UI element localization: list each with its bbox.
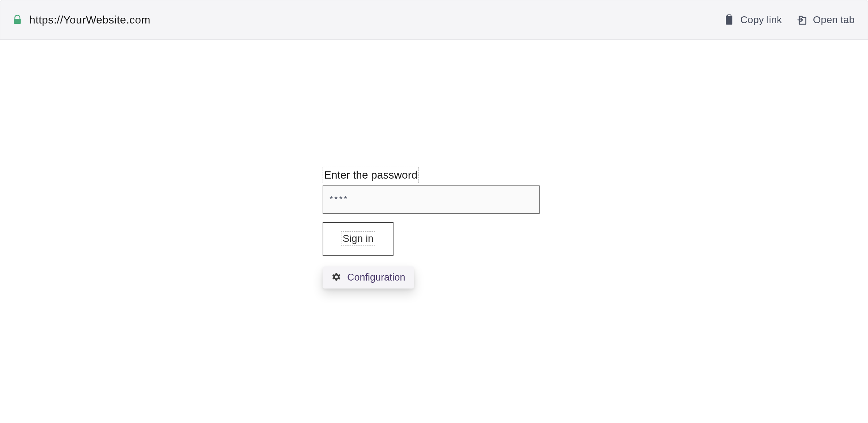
address-bar-actions: Copy link Open tab	[724, 14, 855, 26]
svg-rect-3	[728, 15, 731, 16]
content-area: Enter the password Sign in Configuration	[0, 40, 868, 423]
sign-in-label: Sign in	[341, 231, 375, 246]
password-input[interactable]	[323, 185, 540, 214]
open-tab-label: Open tab	[813, 14, 855, 26]
configuration-label: Configuration	[347, 272, 405, 283]
svg-rect-1	[726, 16, 732, 25]
svg-rect-0	[14, 19, 21, 24]
url-text[interactable]: https://YourWebsite.com	[29, 14, 150, 26]
login-form: Enter the password Sign in Configuration	[323, 167, 540, 289]
password-label[interactable]: Enter the password	[323, 167, 419, 183]
open-tab-button[interactable]: Open tab	[797, 14, 855, 26]
open-tab-icon	[797, 14, 807, 25]
lock-icon	[13, 15, 21, 25]
configuration-button[interactable]: Configuration	[323, 266, 414, 289]
copy-link-label: Copy link	[740, 14, 782, 26]
address-bar: https://YourWebsite.com Copy link Open t…	[0, 0, 868, 40]
gear-icon	[331, 272, 341, 282]
sign-in-button[interactable]: Sign in	[323, 222, 393, 256]
clipboard-icon	[724, 14, 734, 25]
url-section: https://YourWebsite.com	[13, 14, 150, 26]
copy-link-button[interactable]: Copy link	[724, 14, 782, 26]
